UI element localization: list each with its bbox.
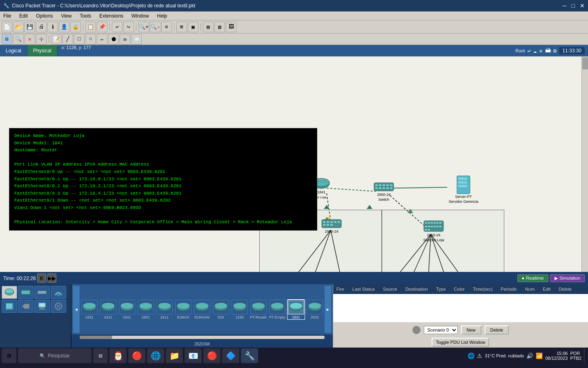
cat-hubs[interactable]: [34, 286, 50, 299]
device-2911-icon[interactable]: [156, 300, 173, 314]
taskbar-app-7[interactable]: 🔷: [222, 348, 239, 363]
copy-button[interactable]: 📋: [85, 22, 96, 32]
console-button[interactable]: ▥: [214, 22, 225, 32]
user-button[interactable]: 👤: [59, 22, 69, 32]
clock[interactable]: 15:06 08/12/2023: [545, 351, 568, 361]
device-819iox-icon[interactable]: [175, 300, 192, 314]
taskbar-app-2[interactable]: 🔴: [128, 348, 145, 363]
network-icon[interactable]: 📶: [536, 352, 543, 359]
device-819hgw[interactable]: 819HGW: [193, 300, 211, 319]
zoom-out-button[interactable]: 🔍-: [150, 22, 160, 32]
volume-icon[interactable]: 🔊: [526, 352, 533, 359]
zoom-reset-button[interactable]: ⊙: [161, 22, 172, 32]
device-pt-empty-icon[interactable]: [269, 300, 285, 314]
menu-options[interactable]: Options: [34, 12, 54, 20]
menu-help[interactable]: Help: [156, 12, 169, 20]
task-view-button[interactable]: ⊟: [93, 348, 108, 363]
canvas-area[interactable]: 1841or Loja 2950-24Switch: [0, 56, 588, 272]
scenario-select[interactable]: Scenario 0: [424, 326, 458, 334]
delete-pdu-button[interactable]: Delete: [485, 325, 509, 334]
server-gerencia-icon[interactable]: Server-PTServidor Gerencia: [447, 175, 480, 204]
menu-extensions[interactable]: Extensions: [98, 12, 125, 20]
search-label[interactable]: Pesquisar: [48, 353, 69, 359]
cat-wireless[interactable]: [51, 286, 66, 299]
device-819hgw-icon[interactable]: [194, 300, 210, 314]
menu-edit[interactable]: Edit: [18, 12, 29, 20]
taskbar-app-cpt[interactable]: 🔧: [241, 348, 258, 363]
inspect-button[interactable]: ▣: [188, 22, 198, 32]
cat-routers[interactable]: [2, 286, 17, 299]
redo-button[interactable]: ↪: [123, 22, 134, 32]
draw-rect-button[interactable]: □: [74, 34, 85, 45]
draw-poly-button[interactable]: ⬟: [108, 34, 119, 45]
taskbar-app-1[interactable]: 🎅: [109, 348, 127, 363]
scroll-left-button[interactable]: ◀: [73, 286, 80, 333]
device-2911[interactable]: 2911: [156, 300, 174, 319]
device-1240-icon[interactable]: [232, 300, 248, 314]
pdu-complex-button[interactable]: 📨: [131, 34, 142, 45]
step-button[interactable]: ▶▶: [47, 274, 56, 283]
cat-servers[interactable]: [2, 300, 17, 313]
palette-button[interactable]: ▤: [203, 22, 214, 32]
device-pt-empty[interactable]: PT-Empty: [268, 300, 286, 319]
device-4331-icon[interactable]: [81, 300, 98, 314]
switch-loja-icon[interactable]: 2950-24Switche Loja: [419, 219, 448, 242]
save-button[interactable]: 💾: [24, 22, 35, 32]
cat-pcs[interactable]: [34, 300, 50, 313]
taskbar-app-3[interactable]: 🌐: [147, 348, 164, 363]
close-button[interactable]: ✕: [580, 2, 585, 9]
new-pdu-button[interactable]: New: [461, 325, 481, 334]
alert-icon[interactable]: ⚠: [477, 352, 482, 359]
info-button[interactable]: ℹ: [47, 22, 58, 32]
tab-physical[interactable]: Physical: [27, 45, 58, 56]
device-2620[interactable]: 2620: [306, 300, 324, 319]
horizontal-scrollbar[interactable]: [71, 334, 333, 340]
device-2901-icon[interactable]: [138, 300, 154, 314]
device-819iox[interactable]: 819IOX: [174, 300, 192, 319]
select-button[interactable]: ⊡: [2, 34, 12, 45]
view-button[interactable]: ⊞: [176, 22, 187, 32]
scrollbar-thumb[interactable]: [582, 57, 588, 70]
open-button[interactable]: 📂: [13, 22, 24, 32]
taskbar-app-6[interactable]: 🔴: [203, 348, 220, 363]
menu-file[interactable]: File: [2, 12, 13, 20]
resize-button[interactable]: ⊹: [36, 34, 47, 45]
play-pause-button[interactable]: ⏸: [37, 274, 46, 283]
simulation-button[interactable]: ▶ Simulation: [550, 274, 585, 282]
switch-deposito-icon[interactable]: 2950-24: [319, 218, 344, 234]
cat-wan[interactable]: [18, 300, 33, 313]
device-1841[interactable]: 1841: [287, 299, 305, 320]
device-pt-router-icon[interactable]: [250, 300, 267, 314]
print-button[interactable]: 🖨: [36, 22, 47, 32]
device-4321[interactable]: 4321: [99, 300, 117, 319]
network-tray-icon[interactable]: 🌐: [468, 352, 474, 359]
note-button[interactable]: 📝: [51, 34, 62, 45]
taskbar-app-5[interactable]: 📧: [185, 348, 202, 363]
taskbar-app-4[interactable]: 📁: [166, 348, 183, 363]
minimize-button[interactable]: ─: [563, 2, 567, 9]
switch-2950-icon[interactable]: 2950-24Switch: [372, 181, 396, 202]
undo-button[interactable]: ↩: [112, 22, 122, 32]
cat-misc[interactable]: [51, 300, 66, 313]
device-2620-icon[interactable]: [307, 300, 323, 314]
move-icon[interactable]: ✛: [539, 47, 542, 54]
device-1941-icon[interactable]: [119, 300, 135, 314]
toggle-pdu-button[interactable]: Toggle PDU List Window: [432, 338, 489, 347]
image-button[interactable]: 🖼: [226, 22, 236, 32]
mountain-icon[interactable]: 🏔: [545, 47, 551, 54]
menu-tools[interactable]: Tools: [78, 12, 93, 20]
settings-icon[interactable]: ⚙: [553, 47, 557, 54]
pdu-simple-button[interactable]: ✉: [120, 34, 130, 45]
device-2901[interactable]: 2901: [137, 300, 155, 319]
draw-line-button[interactable]: ╱: [62, 34, 73, 45]
draw-ellipse-button[interactable]: ○: [85, 34, 96, 45]
lock-button[interactable]: 🔒: [70, 22, 81, 32]
device-pt-router[interactable]: PT-Router: [249, 300, 267, 319]
device-1941[interactable]: 1941: [118, 300, 136, 319]
new-file-button[interactable]: 📄: [2, 22, 12, 32]
device-1240[interactable]: 1240: [231, 300, 249, 319]
scroll-thumb[interactable]: [80, 336, 112, 339]
search-button[interactable]: 🔍: [13, 34, 24, 45]
device-4321-icon[interactable]: [100, 300, 116, 314]
tab-logical[interactable]: Logical: [0, 45, 27, 56]
